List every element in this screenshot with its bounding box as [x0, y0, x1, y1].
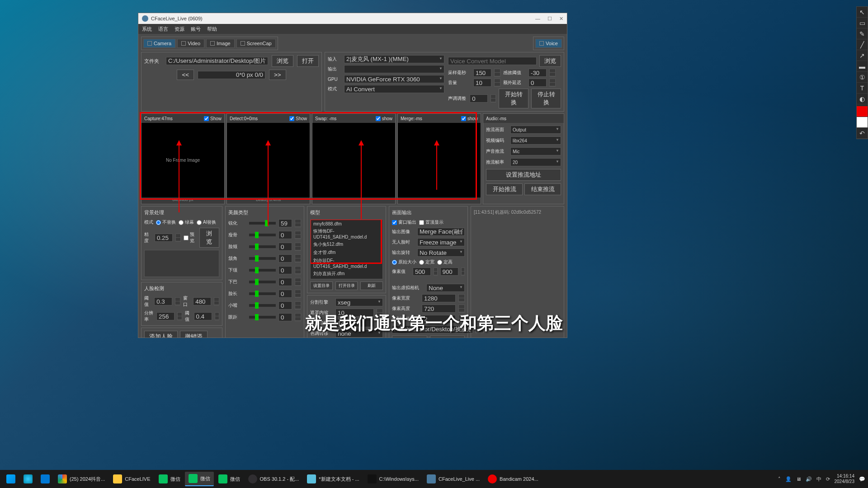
res-input[interactable]	[156, 312, 175, 320]
slider-spinner[interactable]	[295, 254, 301, 263]
task-notepad[interactable]: *新建文本文档 - ...	[303, 472, 363, 486]
threshold-spinner[interactable]	[549, 69, 556, 77]
slider-value[interactable]	[278, 219, 292, 227]
task-cface[interactable]: CFaceLive_Live ...	[423, 472, 483, 486]
close-button[interactable]: ✕	[559, 16, 563, 22]
pitch-input[interactable]	[470, 94, 488, 103]
tool-pen[interactable]: ✎	[857, 28, 868, 39]
add-face-button[interactable]: 添加人脸	[144, 331, 178, 338]
stream-select[interactable]	[510, 126, 561, 134]
set-dir-button[interactable]: 设置目录	[310, 282, 333, 290]
tab-image[interactable]: Image	[206, 39, 235, 48]
refresh-button[interactable]: 刷新	[360, 282, 383, 290]
menu-language[interactable]: 语言	[158, 26, 168, 33]
codec-select[interactable]	[510, 136, 561, 145]
menu-resource[interactable]: 资源	[175, 26, 184, 33]
voice-model-browse[interactable]: 浏览	[539, 55, 561, 67]
slider-spinner[interactable]	[295, 278, 301, 286]
slider-spinner[interactable]	[295, 313, 301, 321]
slider-value[interactable]	[278, 313, 292, 321]
precision-input[interactable]	[155, 234, 173, 242]
task-wechat2[interactable]: 微信	[185, 472, 214, 486]
task-wechat3[interactable]: 微信	[215, 472, 244, 486]
tray-people-icon[interactable]: 👤	[785, 476, 792, 482]
merge-show-checkbox[interactable]: show	[461, 116, 478, 121]
tab-camera[interactable]: Camera	[143, 39, 175, 48]
task-chrome[interactable]: (25) 2024抖音...	[54, 472, 108, 486]
tab-video[interactable]: Video	[177, 39, 204, 48]
folder-path-input[interactable]	[166, 57, 268, 65]
task-bandicam[interactable]: Bandicam 2024...	[484, 472, 542, 486]
start-stream-button[interactable]: 开始推流	[486, 183, 523, 195]
slider-value[interactable]	[278, 301, 292, 310]
task-store[interactable]	[37, 472, 53, 486]
menu-help[interactable]: 帮助	[207, 26, 217, 33]
vw-input[interactable]	[422, 294, 456, 302]
tray-notifications-icon[interactable]: 💬	[859, 476, 865, 482]
list-item[interactable]: 全才管.dfm	[311, 249, 382, 257]
tool-highlight[interactable]: ▬	[857, 61, 868, 72]
slider-track[interactable]	[249, 269, 276, 272]
size-opt2[interactable]: 定宽	[419, 259, 434, 265]
tab-screencap[interactable]: ScreenCap	[236, 39, 276, 48]
out-open-button[interactable]: 打开	[430, 336, 465, 338]
tool-blur[interactable]: ◐	[857, 94, 868, 104]
voice-model-input[interactable]	[448, 57, 537, 65]
slider-track[interactable]	[249, 245, 276, 248]
noface-select[interactable]	[417, 238, 465, 246]
voice-mode-select[interactable]	[344, 85, 444, 93]
start-button[interactable]	[3, 472, 19, 486]
color-red[interactable]	[857, 106, 868, 117]
tray-volume-icon[interactable]: 🔊	[806, 476, 812, 482]
tool-rect[interactable]: ▭	[857, 18, 868, 28]
voice-output-select[interactable]	[344, 65, 444, 73]
list-item[interactable]: 恢博饰DF-UDT416_SAEHD_model.d	[311, 227, 382, 240]
task-explorer[interactable]: CFaceLIVE	[109, 472, 154, 486]
tool-text[interactable]: T	[857, 83, 868, 94]
px-w-input[interactable]	[413, 267, 431, 276]
threshold-input[interactable]	[528, 69, 547, 77]
counter-input[interactable]	[198, 71, 265, 79]
task-edge[interactable]	[20, 472, 36, 486]
rotate-select[interactable]	[417, 249, 465, 257]
volume-spinner[interactable]	[494, 79, 500, 87]
slider-value[interactable]	[278, 231, 292, 239]
menu-account[interactable]: 账号	[191, 26, 201, 33]
list-item[interactable]: 刘亦直插开.dfm	[311, 270, 382, 278]
tool-number[interactable]: ①	[857, 72, 868, 83]
open-button[interactable]: 打开	[297, 55, 319, 67]
delay-input[interactable]	[528, 79, 547, 87]
fps-select[interactable]	[510, 158, 561, 166]
swap-show-checkbox[interactable]: show	[376, 116, 392, 121]
window-input[interactable]	[193, 297, 211, 305]
prev-button[interactable]: <<	[177, 70, 194, 80]
tool-cursor[interactable]: ↖	[857, 7, 868, 18]
detect-show-checkbox[interactable]: Show	[289, 116, 307, 121]
tray-monitor-icon[interactable]: 🖥	[796, 476, 801, 482]
slider-spinner[interactable]	[295, 290, 301, 298]
pitch-spinner[interactable]	[491, 94, 496, 103]
bg-browse-button[interactable]: 浏览	[199, 228, 219, 248]
slider-track[interactable]	[249, 292, 276, 295]
set-address-button[interactable]: 设置推流地址	[486, 169, 561, 181]
task-cmd[interactable]: C:\Windows\sys...	[364, 472, 422, 486]
model-listbox[interactable]: mnyfc888.dfm恢博饰DF-UDT416_SAEHD_model.d兔小…	[310, 219, 383, 279]
bg-opt1[interactable]: 不替换	[156, 219, 176, 225]
clock[interactable]: 14:16:14 2024/8/23	[835, 474, 855, 484]
tool-arrow[interactable]: ↗	[857, 50, 868, 61]
start-convert-button[interactable]: 开始转换	[499, 89, 528, 108]
tray-sync-icon[interactable]: ⟳	[826, 476, 830, 482]
slider-track[interactable]	[249, 234, 276, 236]
slider-spinner[interactable]	[295, 243, 301, 251]
slider-value[interactable]	[278, 243, 292, 251]
stop-convert-button[interactable]: 停止转换	[531, 89, 561, 108]
slider-spinner[interactable]	[295, 301, 301, 310]
size-opt3[interactable]: 定高	[437, 259, 453, 265]
px-h-input[interactable]	[440, 267, 458, 276]
precision-spinner[interactable]	[175, 234, 181, 242]
outimg-select[interactable]	[417, 228, 465, 236]
slider-spinner[interactable]	[295, 266, 301, 274]
slider-track[interactable]	[249, 222, 276, 225]
color-white[interactable]	[857, 117, 868, 128]
list-item[interactable]: 兔小兔512.dfm	[311, 240, 382, 249]
